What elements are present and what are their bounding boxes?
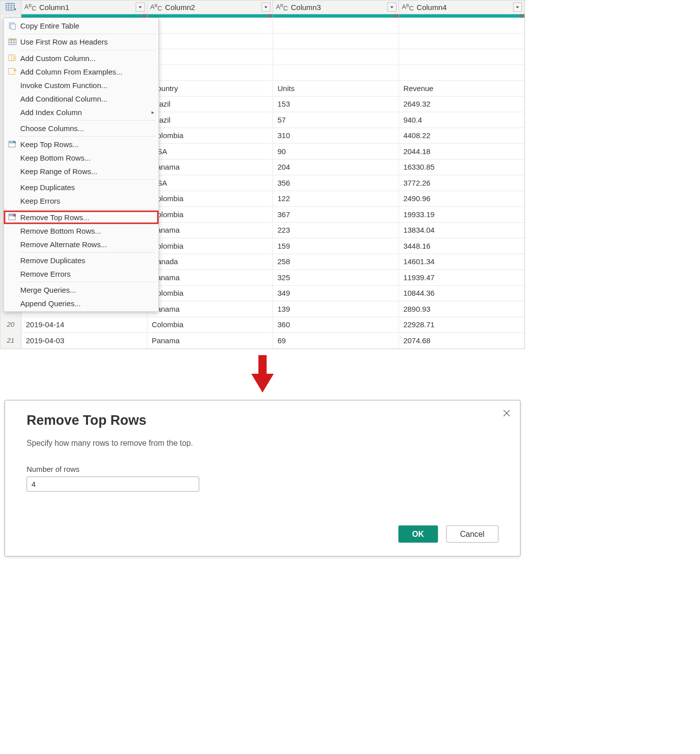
cell[interactable]: Brazil [147, 97, 273, 112]
cell[interactable]: 19933.19 [399, 207, 525, 222]
menu-keep-range-rows[interactable]: Keep Range of Rows... [4, 165, 159, 178]
menu-remove-top-rows[interactable]: Remove Top Rows... [4, 211, 159, 224]
cell[interactable]: Country [147, 81, 273, 96]
number-of-rows-input[interactable] [26, 477, 199, 492]
cell[interactable]: Panama [147, 270, 273, 285]
cell[interactable] [147, 18, 273, 33]
cell[interactable]: 310 [273, 128, 399, 144]
menu-add-column-from-examples[interactable]: Add Column From Examples... [4, 65, 159, 79]
column-header-1[interactable]: ABC Column1 [22, 1, 148, 14]
cell[interactable]: USA [147, 175, 273, 191]
menu-use-first-row-headers[interactable]: Use First Row as Headers [4, 36, 159, 49]
column-header-4[interactable]: ABC Column4 [399, 1, 525, 14]
ok-button[interactable]: OK [398, 525, 438, 543]
cell[interactable]: Panama [147, 333, 273, 348]
cell[interactable]: USA [147, 144, 273, 159]
cell[interactable]: 356 [273, 175, 399, 191]
cell[interactable]: 14601.34 [399, 254, 525, 270]
dialog-close-button[interactable] [502, 409, 511, 419]
cell[interactable]: Colombia [147, 286, 273, 301]
cell[interactable] [399, 65, 525, 81]
cell[interactable]: 940.4 [399, 112, 525, 128]
cell[interactable] [147, 49, 273, 65]
cell[interactable]: 90 [273, 144, 399, 159]
cell[interactable]: 2649.32 [399, 97, 525, 112]
cell[interactable] [273, 18, 399, 33]
cell[interactable]: 2044.18 [399, 144, 525, 159]
cell[interactable]: 325 [273, 270, 399, 285]
cell[interactable]: 13834.04 [399, 223, 525, 238]
cell[interactable]: 3448.16 [399, 238, 525, 254]
cell[interactable]: 2490.96 [399, 191, 525, 207]
cell[interactable]: 10844.36 [399, 286, 525, 301]
cell[interactable] [399, 34, 525, 49]
cell[interactable] [273, 34, 399, 49]
cell[interactable]: 57 [273, 112, 399, 128]
column-header-2[interactable]: ABC Column2 [147, 1, 273, 14]
menu-keep-duplicates[interactable]: Keep Duplicates [4, 181, 159, 195]
cell[interactable]: 2019-04-03 [22, 333, 148, 348]
cell[interactable]: Panama [147, 301, 273, 317]
menu-remove-errors[interactable]: Remove Errors [4, 267, 159, 281]
menu-choose-columns[interactable]: Choose Columns... [4, 122, 159, 135]
cell[interactable]: 69 [273, 333, 399, 348]
cell[interactable] [273, 49, 399, 65]
cell[interactable]: 16330.85 [399, 160, 525, 175]
menu-keep-top-rows[interactable]: Keep Top Rows... [4, 138, 159, 151]
cell[interactable] [147, 65, 273, 81]
column-filter-dropdown[interactable] [513, 3, 522, 12]
column-filter-dropdown[interactable] [387, 3, 396, 12]
cell[interactable]: Colombia [147, 128, 273, 144]
cell[interactable]: 258 [273, 254, 399, 270]
cell[interactable]: 4408.22 [399, 128, 525, 144]
table-row: 21 2019-04-03 Panama 69 2074.68 [0, 333, 525, 349]
cell[interactable]: Colombia [147, 317, 273, 333]
cell[interactable]: Colombia [147, 191, 273, 207]
menu-remove-bottom-rows[interactable]: Remove Bottom Rows... [4, 224, 159, 238]
remove-rows-icon [6, 213, 19, 223]
cancel-button[interactable]: Cancel [446, 525, 498, 543]
cell[interactable]: 360 [273, 317, 399, 333]
cell[interactable]: Colombia [147, 238, 273, 254]
column-filter-dropdown[interactable] [262, 3, 270, 12]
cell[interactable]: Brazil [147, 112, 273, 128]
cell[interactable]: 122 [273, 191, 399, 207]
cell[interactable] [273, 65, 399, 81]
menu-invoke-custom-function[interactable]: Invoke Custom Function... [4, 79, 159, 92]
cell[interactable]: Canada [147, 254, 273, 270]
cell[interactable]: Panama [147, 223, 273, 238]
column-filter-dropdown[interactable] [136, 3, 144, 12]
cell[interactable]: 223 [273, 223, 399, 238]
cell[interactable]: 11939.47 [399, 270, 525, 285]
cell[interactable]: Revenue [399, 81, 525, 96]
cell[interactable]: Colombia [147, 207, 273, 222]
menu-add-custom-column[interactable]: Add Custom Column... [4, 52, 159, 65]
menu-remove-duplicates[interactable]: Remove Duplicates [4, 254, 159, 267]
menu-add-conditional-column[interactable]: Add Conditional Column... [4, 92, 159, 106]
menu-keep-errors[interactable]: Keep Errors [4, 195, 159, 208]
cell[interactable] [399, 18, 525, 33]
cell[interactable]: 2019-04-14 [22, 317, 148, 333]
cell[interactable]: 139 [273, 301, 399, 317]
cell[interactable]: 159 [273, 238, 399, 254]
menu-copy-entire-table[interactable]: Copy Entire Table [4, 19, 159, 33]
column-header-3[interactable]: ABC Column3 [273, 1, 399, 14]
menu-merge-queries[interactable]: Merge Queries... [4, 283, 159, 297]
cell[interactable]: 2890.93 [399, 301, 525, 317]
cell[interactable]: 22928.71 [399, 317, 525, 333]
menu-append-queries[interactable]: Append Queries... [4, 297, 159, 310]
menu-remove-alternate-rows[interactable]: Remove Alternate Rows... [4, 238, 159, 251]
cell[interactable] [147, 34, 273, 49]
cell[interactable]: Units [273, 81, 399, 96]
cell[interactable]: 3772.26 [399, 175, 525, 191]
cell[interactable]: 2074.68 [399, 333, 525, 348]
menu-keep-bottom-rows[interactable]: Keep Bottom Rows... [4, 151, 159, 165]
cell[interactable] [399, 49, 525, 65]
cell[interactable]: Panama [147, 160, 273, 175]
table-menu-button[interactable] [0, 1, 22, 14]
menu-add-index-column[interactable]: Add Index Column▸ [4, 106, 159, 119]
cell[interactable]: 153 [273, 97, 399, 112]
cell[interactable]: 349 [273, 286, 399, 301]
cell[interactable]: 367 [273, 207, 399, 222]
cell[interactable]: 204 [273, 160, 399, 175]
